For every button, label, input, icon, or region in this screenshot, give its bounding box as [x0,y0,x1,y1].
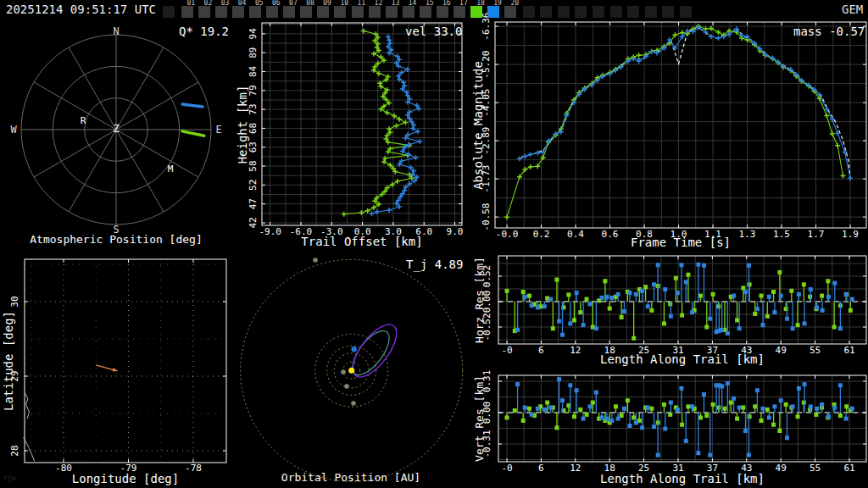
frame-slot-number: 17 [459,0,468,7]
frame-slot[interactable] [645,6,657,18]
frame-slot-strip: 0102030405060708091011121314151617181920 [0,0,868,20]
svg-text:9.0: 9.0 [447,226,464,237]
orbital-position-plot [241,258,463,481]
frame-slot[interactable] [437,6,448,18]
meteor-analysis-app: -9.0-6.0-3.00.03.06.09.04247525863687379… [0,0,868,488]
ground-track-arrow [96,365,117,372]
vert-residual-plot-blue-stems [515,377,854,458]
frame-slot[interactable] [334,6,346,18]
svg-text:73: 73 [248,103,259,114]
frame-slot[interactable] [232,6,244,18]
horz-residual-plot-green-stems [505,270,853,341]
svg-text:84: 84 [248,65,259,77]
trail-offset-plot: -9.0-6.0-3.00.03.06.09.04247525863687379… [248,23,463,237]
meteor-streak-blue [182,104,203,107]
frame-slot[interactable] [627,6,639,18]
svg-text:55: 55 [810,463,821,474]
frame-slot-number: 14 [409,0,417,7]
frame-slot[interactable] [540,6,552,18]
frame-slot-number: 10 [340,0,348,7]
svg-text:49: 49 [776,463,787,474]
frame-slot[interactable] [369,6,381,18]
svg-text:28: 28 [9,445,20,456]
svg-text:79: 79 [248,85,259,96]
frame-slot[interactable] [300,6,312,18]
svg-text:52: 52 [248,180,259,191]
frame-slot[interactable] [680,6,692,18]
svg-text:-80: -80 [55,463,72,474]
frame-slot-number: 01 [187,0,196,7]
station-marker-r: R [81,116,86,126]
station-marker-m: M [168,164,174,175]
svg-text:58: 58 [248,160,259,171]
frame-slot-number: 05 [255,0,264,7]
frame-slot-number: 09 [323,0,331,7]
planet-dot [341,369,346,374]
frame-slot[interactable] [523,6,535,18]
frame-slot[interactable] [181,6,193,18]
map-xlabel: Longitude [deg] [72,473,179,485]
svg-text:55: 55 [810,345,821,356]
svg-text:6: 6 [538,345,544,356]
vert-residual-plot-green-stems [505,398,853,433]
cardinal-west-label: W [10,125,16,136]
trail-xlabel: Trail Offset [km] [301,236,422,248]
meteor-streak-green [182,131,204,136]
svg-text:89: 89 [248,47,259,58]
svg-text:6: 6 [538,463,544,474]
svg-text:30: 30 [9,296,20,307]
cardinal-south-label: S [113,225,119,236]
frame-slot[interactable] [215,6,227,18]
frame-slot[interactable] [249,6,261,18]
map-ylabel: Latitude [deg] [3,311,15,411]
frame-slot-number: 15 [426,0,434,7]
velocity-annotation: vel 33.0 [405,25,462,38]
vert-residual-plot: -061218253137434955610.310.00-0.31 [481,370,866,474]
cardinal-east-label: E [215,125,221,136]
frame-slot[interactable] [198,6,210,18]
vert-res-ylabel: Vert Res [km] [474,375,486,462]
svg-text:94: 94 [248,28,259,40]
planet-dot [351,401,356,406]
svg-text:-0.0: -0.0 [496,229,519,240]
svg-text:68: 68 [248,123,259,134]
vert-res-xlabel: Length Along Trail [km] [600,473,765,485]
frame-slot[interactable] [283,6,295,18]
frame-slot[interactable] [386,6,398,18]
svg-text:-0: -0 [501,463,512,474]
frame-slot-number: 12 [375,0,383,7]
frame-slot[interactable] [558,6,570,18]
frame-slot[interactable] [403,6,415,18]
trail-ylabel: Height [km] [236,86,249,164]
zenith-marker: Z [113,124,119,135]
svg-text:47: 47 [248,198,259,209]
frame-slot[interactable] [610,6,622,18]
frame-slot[interactable] [317,6,329,18]
frame-slot[interactable] [575,6,587,18]
frame-slot[interactable] [504,6,516,18]
svg-text:0.2: 0.2 [533,229,550,240]
frame-slot-number: 19 [493,0,502,7]
earth-dot [352,347,357,352]
svg-text:12: 12 [570,463,581,474]
frame-slot[interactable] [420,6,431,18]
frame-slot[interactable] [662,6,674,18]
lightcurve-ylabel: Absolute Magnitude [472,61,485,190]
horz-res-ylabel: Horz Res [km] [474,257,486,343]
svg-text:0.6: 0.6 [602,229,619,240]
frame-slot[interactable] [266,6,278,18]
q-value-annotation: Q* 19.2 [179,25,229,38]
svg-text:1.5: 1.5 [773,229,790,240]
frame-slot[interactable] [593,6,604,18]
svg-text:0.4: 0.4 [567,229,584,240]
frame-slot[interactable] [470,6,482,18]
svg-text:49: 49 [776,345,787,356]
frame-slot[interactable] [487,6,499,18]
mass-annotation: mass -0.57 [793,25,865,38]
sun-dot [348,368,354,374]
frame-slot[interactable] [352,6,364,18]
frame-slot[interactable] [453,6,465,18]
frame-slot[interactable] [163,6,175,18]
lightcurve-xlabel: Frame Time [s] [631,236,731,249]
frame-slot-number: 16 [442,0,451,7]
